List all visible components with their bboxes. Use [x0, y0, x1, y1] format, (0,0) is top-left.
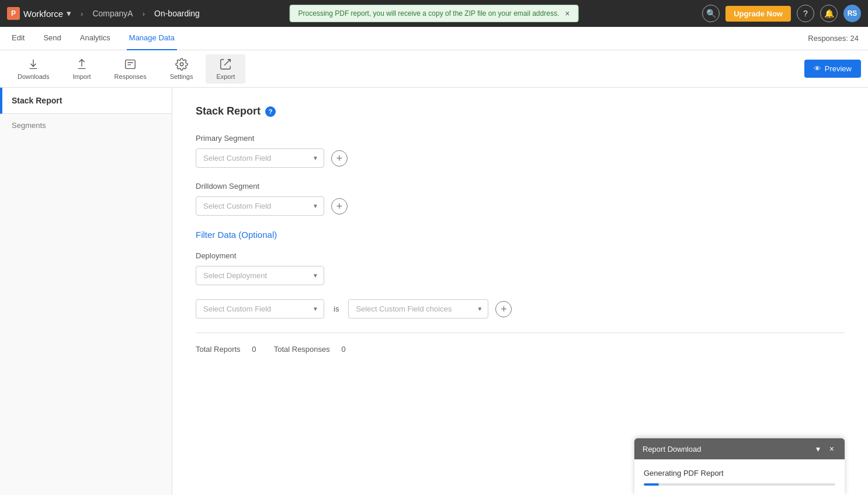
deployment-select-wrapper: Select Deployment ▼ — [196, 266, 324, 285]
toolbar-settings[interactable]: Settings — [159, 54, 204, 84]
svg-point-1 — [180, 63, 183, 66]
drilldown-segment-row: Select Custom Field ▼ + — [196, 196, 845, 216]
nav-send[interactable]: Send — [41, 27, 63, 50]
top-nav: P Workforce ▾ › CompanyA › On-boarding P… — [0, 0, 868, 27]
report-close-button[interactable]: × — [827, 444, 836, 454]
toolbar-right: 👁 Preview — [804, 60, 861, 78]
deployment-row: Select Deployment ▼ — [196, 266, 845, 285]
drilldown-segment-select[interactable]: Select Custom Field — [196, 196, 324, 216]
help-icon[interactable]: ? — [265, 106, 276, 117]
breadcrumb-sep-2: › — [143, 9, 145, 18]
report-download-body: Generating PDF Report — [634, 459, 845, 495]
report-download-panel: Report Download ▾ × Generating PDF Repor… — [634, 438, 845, 495]
search-button[interactable]: 🔍 — [702, 5, 720, 22]
progress-bar-fill — [644, 483, 659, 486]
primary-segment-select[interactable]: Select Custom Field — [196, 148, 324, 168]
main-layout: Stack Report Segments Stack Report ? Pri… — [0, 88, 868, 495]
brand-dropdown-icon[interactable]: ▾ — [67, 8, 71, 19]
report-body-title: Generating PDF Report — [644, 469, 835, 477]
responses-count: Responses: 24 — [808, 34, 859, 43]
page-title: Stack Report ? — [196, 105, 845, 117]
is-label: is — [331, 304, 341, 313]
top-nav-right: 🔍 Upgrade Now ? 🔔 RS — [702, 5, 861, 22]
custom-field-filter-select-wrapper: Select Custom Field ▼ — [196, 299, 324, 319]
toolbar: Downloads Import Responses Settings Expo… — [0, 50, 868, 88]
breadcrumb-sep-1: › — [81, 9, 83, 18]
report-download-header: Report Download ▾ × — [634, 438, 845, 459]
avatar[interactable]: RS — [843, 5, 861, 22]
help-button[interactable]: ? — [797, 5, 814, 22]
breadcrumb-page: On-boarding — [154, 9, 200, 18]
footer-stats: Total Reports 0 Total Responses 0 — [196, 333, 845, 354]
brand-name: Workforce — [23, 9, 63, 19]
drilldown-segment-add-button[interactable]: + — [331, 198, 348, 214]
report-download-actions: ▾ × — [814, 444, 836, 454]
preview-button[interactable]: 👁 Preview — [804, 60, 861, 78]
sidebar-header: Stack Report — [0, 88, 172, 114]
toolbar-import[interactable]: Import — [62, 54, 101, 84]
toolbar-responses[interactable]: Responses — [104, 54, 157, 84]
total-reports-label: Total Reports — [196, 345, 241, 354]
toolbar-export[interactable]: Export — [206, 54, 245, 84]
drilldown-segment-select-wrapper: Select Custom Field ▼ — [196, 196, 324, 216]
custom-field-choices-wrapper: Select Custom Field choices ▼ — [348, 299, 488, 319]
primary-segment-add-button[interactable]: + — [331, 150, 348, 167]
custom-field-choices-select[interactable]: Select Custom Field choices — [348, 299, 488, 319]
report-download-title: Report Download — [643, 445, 701, 454]
primary-segment-label: Primary Segment — [196, 134, 845, 143]
toolbar-downloads[interactable]: Downloads — [7, 54, 60, 84]
notifications-button[interactable]: 🔔 — [820, 5, 838, 22]
notification-close[interactable]: × — [565, 9, 570, 18]
breadcrumb-company: CompanyA — [92, 9, 133, 18]
custom-field-filter-add-button[interactable]: + — [495, 301, 512, 317]
notification-bar: Processing PDF report, you will receive … — [290, 5, 579, 22]
deployment-label: Deployment — [196, 251, 845, 260]
brand: P Workforce ▾ — [7, 7, 71, 20]
primary-segment-row: Select Custom Field ▼ + — [196, 148, 845, 168]
nav-edit[interactable]: Edit — [9, 27, 27, 50]
svg-rect-0 — [126, 60, 136, 68]
sidebar: Stack Report Segments — [0, 88, 172, 495]
nav-manage-data[interactable]: Manage Data — [127, 27, 177, 50]
preview-icon: 👁 — [814, 64, 821, 73]
total-reports-value: 0 — [252, 345, 256, 354]
notification-text: Processing PDF report, you will receive … — [298, 9, 560, 18]
nav-analytics[interactable]: Analytics — [78, 27, 113, 50]
primary-segment-select-wrapper: Select Custom Field ▼ — [196, 148, 324, 168]
custom-field-filter-select[interactable]: Select Custom Field — [196, 299, 324, 319]
total-responses-label: Total Responses — [274, 345, 330, 354]
total-responses-value: 0 — [341, 345, 345, 354]
drilldown-segment-label: Drilldown Segment — [196, 182, 845, 191]
brand-logo: P — [7, 7, 20, 20]
content-area: Stack Report ? Primary Segment Select Cu… — [172, 88, 868, 495]
custom-field-filter-row: Select Custom Field ▼ is Select Custom F… — [196, 299, 845, 319]
second-nav: Edit Send Analytics Manage Data Response… — [0, 27, 868, 50]
sidebar-item-segments[interactable]: Segments — [0, 114, 172, 137]
report-collapse-button[interactable]: ▾ — [814, 444, 822, 454]
filter-section-title: Filter Data (Optional) — [196, 230, 845, 240]
deployment-select[interactable]: Select Deployment — [196, 266, 324, 285]
progress-bar-background — [644, 483, 835, 486]
upgrade-button[interactable]: Upgrade Now — [725, 6, 791, 22]
